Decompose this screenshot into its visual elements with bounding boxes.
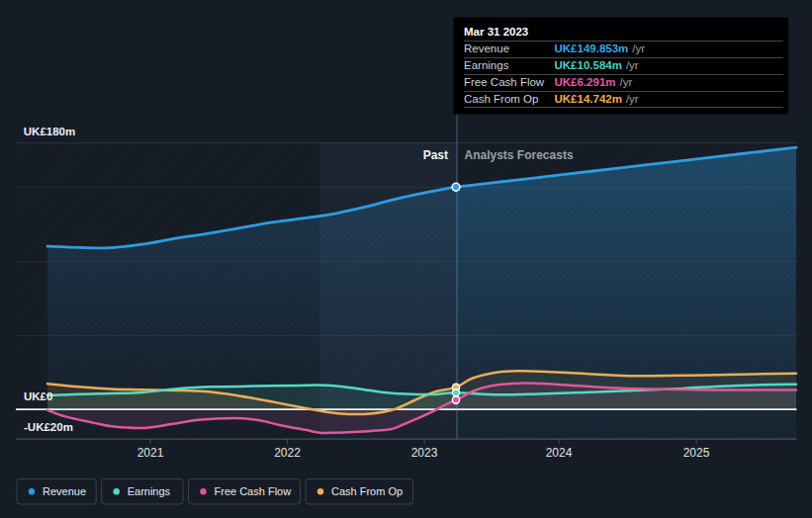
svg-text:Analysts Forecasts: Analysts Forecasts [465,148,574,162]
svg-text:Mar 31 2023: Mar 31 2023 [464,26,528,38]
svg-text:2024: 2024 [546,446,573,460]
svg-text:UK£6.291m/yr: UK£6.291m/yr [555,76,633,88]
svg-text:2021: 2021 [137,446,164,460]
svg-text:Past: Past [423,148,448,162]
svg-text:-UK£20m: -UK£20m [24,421,73,433]
svg-text:Earnings: Earnings [128,485,171,497]
svg-text:Earnings: Earnings [464,59,509,71]
svg-text:UK£149.853m/yr: UK£149.853m/yr [555,43,646,54]
svg-text:Revenue: Revenue [43,485,86,497]
svg-text:2023: 2023 [411,446,438,460]
svg-text:2022: 2022 [274,446,301,460]
svg-text:Revenue: Revenue [464,43,509,54]
svg-text:Free Cash Flow: Free Cash Flow [215,485,292,497]
svg-text:UK£14.742m/yr: UK£14.742m/yr [555,93,639,105]
svg-text:UK£180m: UK£180m [24,126,75,137]
svg-text:UK£0: UK£0 [24,390,52,402]
svg-text:Cash From Op: Cash From Op [331,485,403,497]
svg-text:UK£10.584m/yr: UK£10.584m/yr [555,59,639,71]
svg-text:Cash From Op: Cash From Op [464,93,538,105]
svg-text:Free Cash Flow: Free Cash Flow [464,76,545,88]
svg-text:2025: 2025 [683,446,710,460]
